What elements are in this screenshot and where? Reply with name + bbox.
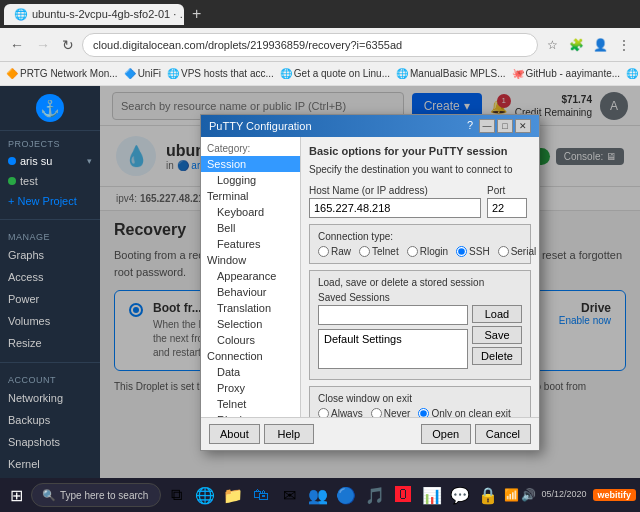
bookmark-vps[interactable]: 🌐VPS hosts that acc... xyxy=(167,68,274,79)
host-input[interactable] xyxy=(309,198,481,218)
putty-specify-desc: Specify the destination you want to conn… xyxy=(309,163,531,177)
tab-label: ubuntu-s-2vcpu-4gb-sfo2-01 · … xyxy=(32,8,184,20)
taskbar: ⊞ 🔍 Type here to search ⧉ 🌐 📁 🛍 ✉ 👥 🔵 🎵 … xyxy=(0,478,640,512)
network-icon[interactable]: 📶 xyxy=(504,488,519,502)
radio-serial[interactable]: Serial xyxy=(498,246,537,257)
sidebar-item-aris-su[interactable]: aris su ▾ xyxy=(0,151,100,171)
bookmark-icon[interactable]: ☆ xyxy=(542,35,562,55)
sessions-list[interactable]: Default Settings xyxy=(318,329,468,369)
putty-tree-colours[interactable]: Colours xyxy=(201,332,300,348)
active-tab[interactable]: 🌐 ubuntu-s-2vcpu-4gb-sfo2-01 · … ✕ xyxy=(4,4,184,25)
bookmark-github[interactable]: 🐙GitHub - aayimante... xyxy=(512,68,620,79)
taskbar-misc2[interactable]: 💬 xyxy=(447,481,473,509)
putty-tree-features[interactable]: Features xyxy=(201,236,300,252)
cancel-button[interactable]: Cancel xyxy=(475,424,531,444)
bookmark-unifi[interactable]: 🔷UniFi xyxy=(124,68,161,79)
new-project-button[interactable]: + New Project xyxy=(0,191,100,211)
putty-tree-data[interactable]: Data xyxy=(201,364,300,380)
putty-tree-terminal[interactable]: Terminal xyxy=(201,188,300,204)
radio-raw[interactable]: Raw xyxy=(318,246,351,257)
putty-tree-behaviour[interactable]: Behaviour xyxy=(201,284,300,300)
bookmark-zappie[interactable]: 🌐Home | Zappie Host xyxy=(626,68,640,79)
putty-tree-rlogin[interactable]: Rlogin xyxy=(201,412,300,417)
putty-maximize-button[interactable]: □ xyxy=(497,119,513,133)
taskbar-misc3[interactable]: 🔒 xyxy=(475,481,501,509)
putty-tree-window[interactable]: Window xyxy=(201,252,300,268)
sidebar: ⚓ PROJECTS aris su ▾ test + New Project … xyxy=(0,86,100,478)
sidebar-item-volumes[interactable]: Volumes xyxy=(0,310,100,332)
radio-ssh[interactable]: SSH xyxy=(456,246,490,257)
putty-tree-appearance[interactable]: Appearance xyxy=(201,268,300,284)
taskbar-spotify[interactable]: 🎵 xyxy=(362,481,388,509)
putty-tree-session[interactable]: Session xyxy=(201,156,300,172)
load-button[interactable]: Load xyxy=(472,305,522,323)
sidebar-item-kernel[interactable]: Kernel xyxy=(0,453,100,475)
putty-tree-selection[interactable]: Selection xyxy=(201,316,300,332)
saved-sessions-label: Saved Sessions xyxy=(318,292,522,303)
delete-button[interactable]: Delete xyxy=(472,347,522,365)
back-button[interactable]: ← xyxy=(6,35,28,55)
taskbar-mail[interactable]: ✉ xyxy=(277,481,303,509)
radio-rlogin[interactable]: Rlogin xyxy=(407,246,448,257)
open-button[interactable]: Open xyxy=(421,424,471,444)
bookmark-quote[interactable]: 🌐Get a quote on Linu... xyxy=(280,68,390,79)
start-button[interactable]: ⊞ xyxy=(4,486,29,505)
extensions-icon[interactable]: 🧩 xyxy=(566,35,586,55)
sidebar-item-networking[interactable]: Networking xyxy=(0,387,100,409)
putty-tree-proxy[interactable]: Proxy xyxy=(201,380,300,396)
taskbar-misc1[interactable]: 📊 xyxy=(418,481,444,509)
taskbar-explorer[interactable]: 📁 xyxy=(220,481,246,509)
sidebar-item-test[interactable]: test xyxy=(0,171,100,191)
bookmark-mpls[interactable]: 🌐ManualBasic MPLS... xyxy=(396,68,506,79)
sidebar-item-snapshots[interactable]: Snapshots xyxy=(0,431,100,453)
sidebar-item-resize[interactable]: Resize xyxy=(0,332,100,354)
putty-help-icon[interactable]: ? xyxy=(467,119,473,133)
putty-close-button[interactable]: ✕ xyxy=(515,119,531,133)
putty-tree-telnet[interactable]: Telnet xyxy=(201,396,300,412)
sidebar-item-graphs[interactable]: Graphs xyxy=(0,244,100,266)
putty-main-area: Basic options for your PuTTY session Spe… xyxy=(301,137,539,417)
putty-tree-connection[interactable]: Connection xyxy=(201,348,300,364)
putty-tree-logging[interactable]: Logging xyxy=(201,172,300,188)
profile-icon[interactable]: 👤 xyxy=(590,35,610,55)
address-input[interactable] xyxy=(82,33,538,57)
putty-tree-keyboard[interactable]: Keyboard xyxy=(201,204,300,220)
taskbar-chrome[interactable]: 🔵 xyxy=(333,481,359,509)
radio-never[interactable]: Never xyxy=(371,408,411,417)
sidebar-logo: ⚓ xyxy=(0,86,100,131)
default-settings-item[interactable]: Default Settings xyxy=(321,332,465,346)
radio-clean-exit[interactable]: Only on clean exit xyxy=(418,408,511,417)
taskbar-opera[interactable]: 🅾 xyxy=(390,481,416,509)
volume-icon[interactable]: 🔊 xyxy=(521,488,536,502)
tab-icon: 🌐 xyxy=(14,8,28,21)
port-input[interactable] xyxy=(487,198,527,218)
about-button[interactable]: About xyxy=(209,424,260,444)
sidebar-item-access[interactable]: Access xyxy=(0,266,100,288)
reload-button[interactable]: ↻ xyxy=(58,35,78,55)
radio-telnet[interactable]: Telnet xyxy=(359,246,399,257)
forward-button[interactable]: → xyxy=(32,35,54,55)
taskbar-teams[interactable]: 👥 xyxy=(305,481,331,509)
menu-icon[interactable]: ⋮ xyxy=(614,35,634,55)
sidebar-item-power[interactable]: Power xyxy=(0,288,100,310)
help-button[interactable]: Help xyxy=(264,424,314,444)
task-view-button[interactable]: ⧉ xyxy=(163,481,189,509)
putty-tree-translation[interactable]: Translation xyxy=(201,300,300,316)
new-tab-button[interactable]: + xyxy=(186,5,207,23)
bookmark-prtg[interactable]: 🔶PRTG Network Mon... xyxy=(6,68,118,79)
host-label: Host Name (or IP address) xyxy=(309,185,481,196)
sidebar-item-backups[interactable]: Backups xyxy=(0,409,100,431)
taskbar-sys-icons: 📶 🔊 xyxy=(504,488,536,502)
putty-tree-bell[interactable]: Bell xyxy=(201,220,300,236)
projects-section-title: PROJECTS xyxy=(0,135,100,151)
save-button[interactable]: Save xyxy=(472,326,522,344)
taskbar-ie[interactable]: 🌐 xyxy=(191,481,217,509)
radio-always[interactable]: Always xyxy=(318,408,363,417)
saved-sessions-input[interactable] xyxy=(318,305,468,325)
page-area: Create ▾ 🔔 1 $71.74 Credit Remaining A 💧… xyxy=(100,86,640,478)
port-label: Port xyxy=(487,185,531,196)
close-on-exit-label: Close window on exit xyxy=(318,393,522,404)
taskbar-search[interactable]: 🔍 Type here to search xyxy=(31,483,161,507)
taskbar-store[interactable]: 🛍 xyxy=(248,481,274,509)
putty-minimize-button[interactable]: — xyxy=(479,119,495,133)
